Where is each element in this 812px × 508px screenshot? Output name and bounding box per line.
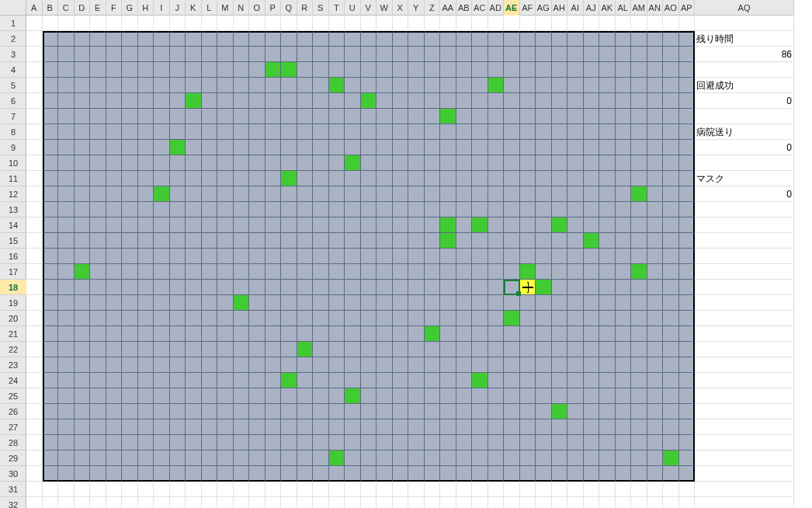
board-cell[interactable]	[217, 342, 234, 357]
board-cell[interactable]	[43, 171, 59, 186]
board-cell[interactable]	[679, 124, 696, 140]
board-cell[interactable]	[408, 171, 425, 186]
board-cell[interactable]	[281, 202, 297, 217]
row-header-2[interactable]: 2	[0, 31, 26, 47]
board-cell[interactable]	[217, 140, 234, 155]
board-cell[interactable]	[345, 466, 361, 482]
board-cell[interactable]	[488, 186, 505, 202]
cell[interactable]	[679, 497, 696, 508]
board-cell[interactable]	[408, 404, 425, 419]
board-cell[interactable]	[647, 47, 664, 62]
board-cell[interactable]	[520, 186, 536, 202]
board-cell[interactable]	[408, 264, 425, 280]
board-cell[interactable]	[75, 357, 91, 373]
board-cell[interactable]	[43, 155, 59, 171]
board-cell[interactable]	[616, 202, 632, 217]
board-cell[interactable]	[567, 31, 584, 47]
cell[interactable]	[202, 16, 218, 31]
board-cell[interactable]	[520, 388, 536, 404]
board-cell[interactable]	[631, 47, 647, 62]
board-cell[interactable]	[265, 388, 282, 404]
board-cell[interactable]	[313, 202, 329, 217]
board-cell[interactable]	[265, 264, 282, 280]
board-cell[interactable]	[90, 264, 106, 280]
board-cell[interactable]	[393, 109, 409, 124]
board-cell[interactable]	[504, 109, 520, 124]
board-cell[interactable]	[154, 47, 170, 62]
board-cell[interactable]	[43, 373, 59, 388]
board-cell[interactable]	[393, 342, 409, 357]
cell[interactable]	[26, 280, 43, 295]
board-cell[interactable]	[154, 31, 170, 47]
board-cell[interactable]	[154, 78, 170, 93]
board-cell[interactable]	[599, 78, 616, 93]
board-cell[interactable]	[408, 233, 425, 249]
board-cell[interactable]	[281, 217, 297, 233]
board-cell[interactable]	[520, 466, 536, 482]
board-cell[interactable]	[472, 202, 488, 217]
board-cell[interactable]	[329, 404, 345, 419]
board-cell[interactable]	[440, 435, 456, 451]
board-cell[interactable]	[377, 451, 393, 466]
board-cell[interactable]	[599, 62, 616, 78]
board-cell[interactable]	[679, 435, 696, 451]
board-cell[interactable]	[552, 31, 568, 47]
board-cell[interactable]	[488, 202, 505, 217]
board-cell[interactable]	[536, 233, 552, 249]
cell[interactable]	[695, 217, 794, 233]
board-cell[interactable]	[234, 342, 250, 357]
board-cell[interactable]	[297, 419, 314, 435]
board-cell[interactable]	[488, 47, 505, 62]
board-cell[interactable]	[663, 202, 679, 217]
board-cell[interactable]	[281, 311, 297, 326]
board-cell[interactable]	[170, 171, 186, 186]
board-cell[interactable]	[361, 373, 377, 388]
board-cell[interactable]	[361, 31, 377, 47]
board-cell[interactable]	[679, 202, 696, 217]
cell[interactable]	[26, 311, 43, 326]
row-header-25[interactable]: 25	[0, 388, 26, 404]
board-cell[interactable]	[329, 93, 345, 109]
board-cell[interactable]	[361, 217, 377, 233]
board-cell[interactable]	[186, 466, 202, 482]
board-cell[interactable]	[472, 404, 488, 419]
board-cell[interactable]	[647, 249, 664, 264]
board-cell[interactable]	[552, 311, 568, 326]
cell[interactable]	[186, 497, 202, 508]
column-header-AQ[interactable]: AQ	[695, 0, 794, 16]
board-cell[interactable]	[122, 249, 138, 264]
board-cell[interactable]	[297, 109, 314, 124]
board-cell[interactable]	[408, 93, 425, 109]
board-cell[interactable]	[552, 280, 568, 295]
board-cell[interactable]	[679, 451, 696, 466]
cell[interactable]	[393, 16, 409, 31]
board-cell[interactable]	[90, 311, 106, 326]
board-cell[interactable]	[552, 93, 568, 109]
board-cell[interactable]	[186, 388, 202, 404]
cell[interactable]	[456, 16, 473, 31]
board-cell[interactable]	[440, 388, 456, 404]
board-cell[interactable]	[631, 140, 647, 155]
board-cell[interactable]	[297, 155, 314, 171]
board-cell[interactable]	[234, 202, 250, 217]
board-cell[interactable]	[281, 388, 297, 404]
board-cell[interactable]	[663, 311, 679, 326]
cell[interactable]	[663, 16, 679, 31]
board-cell[interactable]	[584, 140, 600, 155]
board-cell[interactable]	[599, 124, 616, 140]
board-cell[interactable]	[408, 155, 425, 171]
cell[interactable]	[377, 497, 393, 508]
board-cell[interactable]	[616, 109, 632, 124]
board-cell[interactable]	[234, 217, 250, 233]
board-cell[interactable]	[313, 326, 329, 342]
cell[interactable]	[361, 16, 377, 31]
board-cell[interactable]	[313, 435, 329, 451]
cell[interactable]	[26, 47, 43, 62]
board-cell[interactable]	[377, 326, 393, 342]
board-cell[interactable]	[456, 93, 473, 109]
board-cell[interactable]	[138, 124, 154, 140]
board-cell[interactable]	[75, 186, 91, 202]
board-cell[interactable]	[440, 404, 456, 419]
cell[interactable]	[552, 497, 568, 508]
column-header-A[interactable]: A	[26, 0, 43, 16]
